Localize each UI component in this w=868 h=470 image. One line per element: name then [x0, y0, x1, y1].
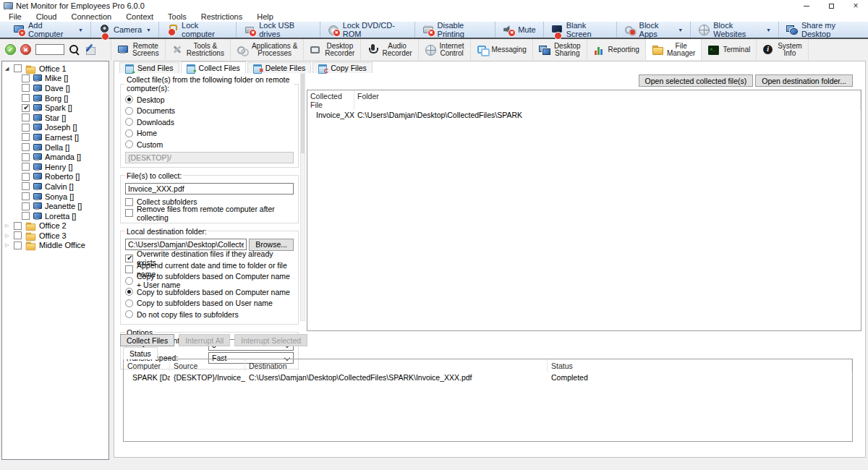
connect-ok-icon[interactable] [5, 44, 16, 55]
toolbar-button[interactable]: Lock DVD/CD-ROM ▼ [320, 22, 414, 38]
tree-computer-row[interactable]: Star [] [2, 113, 109, 123]
column-header[interactable]: Status [548, 359, 852, 372]
source-radio-row[interactable]: Documents [125, 106, 294, 117]
checkbox[interactable] [125, 255, 133, 262]
close-button[interactable]: × [843, 0, 868, 12]
menu-item[interactable]: Context [119, 12, 161, 21]
minimize-button[interactable] [794, 0, 819, 12]
search-icon[interactable] [69, 44, 80, 56]
tree-computer-row[interactable]: Joseph [] [2, 123, 109, 133]
column-header[interactable]: Source [170, 359, 245, 372]
ribbon-tab[interactable]: System Info [757, 39, 808, 60]
radio-button[interactable] [125, 299, 133, 307]
computer-checkbox[interactable] [22, 182, 30, 190]
radio-button[interactable] [125, 118, 133, 126]
toolbar-button[interactable]: Block Websites ▼ [690, 22, 778, 38]
tree-computer-row[interactable]: Loretta [] [2, 211, 109, 221]
form-scrollbar[interactable] [300, 73, 305, 321]
menu-item[interactable]: Cloud [29, 12, 64, 21]
subfolder-radio-row[interactable]: Copy to subfolders based on Computer nam… [125, 275, 294, 287]
edit-icon[interactable] [85, 44, 96, 56]
file-tab[interactable]: Copy Files [312, 62, 373, 73]
status-row[interactable]: SPARK [Damjan] {DESKTOP}/Invoice_XXX.pdf… [124, 372, 852, 383]
menu-item[interactable]: Help [250, 12, 281, 21]
group-checkbox[interactable] [14, 231, 22, 239]
toolbar-button[interactable]: Share my Desktop ▼ [778, 22, 868, 38]
computer-checkbox[interactable] [22, 153, 30, 161]
ribbon-tab[interactable]: Applications & Processes [231, 39, 304, 60]
toolbar-button[interactable]: Block Apps ▼ [616, 22, 691, 38]
ribbon-tab[interactable]: Desktop Recorder [304, 39, 361, 60]
column-header[interactable]: Destination [245, 359, 548, 372]
computer-checkbox[interactable] [22, 104, 30, 112]
menu-item[interactable]: Restrictions [194, 12, 250, 21]
column-header[interactable]: Collected File [307, 90, 354, 110]
expand-icon[interactable]: ▷ [5, 233, 11, 239]
collapse-icon[interactable]: ◢ [5, 66, 11, 72]
group-checkbox[interactable] [14, 222, 22, 230]
expand-icon[interactable]: ▷ [5, 223, 11, 228]
ribbon-tab[interactable]: Messaging [471, 39, 533, 60]
file-tab[interactable]: Delete Files [247, 62, 311, 73]
radio-button[interactable] [125, 95, 133, 103]
file-tab[interactable]: Send Files [119, 62, 179, 73]
menu-item[interactable]: Tools [161, 12, 194, 21]
open-selected-button[interactable]: Open selected collected file(s) [639, 74, 754, 87]
tree-computer-row[interactable]: Borg [] [2, 93, 109, 103]
subfolder-radio-row[interactable]: Copy to subfolders based on User name [125, 298, 294, 309]
toolbar-button[interactable]: Blank Screen ▼ [543, 22, 616, 38]
destination-folder-input[interactable] [125, 239, 247, 250]
collect-subfolders-checkbox[interactable] [125, 198, 133, 206]
disconnect-cancel-icon[interactable] [20, 44, 31, 55]
status-tab[interactable]: Status [123, 347, 158, 359]
tree-computer-row[interactable]: Spark [] [2, 103, 109, 113]
computer-checkbox[interactable] [22, 212, 30, 220]
menu-item[interactable]: File [1, 12, 29, 21]
tree-computer-row[interactable]: Amanda [] [2, 152, 109, 162]
open-destination-button[interactable]: Open destination folder... [755, 74, 853, 87]
radio-button[interactable] [125, 277, 133, 285]
tree-computer-row[interactable]: Jeanette [] [2, 201, 109, 211]
restore-button[interactable] [819, 0, 843, 12]
source-radio-row[interactable]: Desktop [125, 94, 294, 106]
toolbar-button[interactable]: Disable Printing ▼ [414, 22, 495, 38]
group-checkbox[interactable] [14, 242, 22, 249]
tree-computer-row[interactable]: Mike [] [2, 74, 109, 84]
search-input[interactable] [35, 44, 64, 55]
subfolder-radio-row[interactable]: Do not copy files to subfolders [125, 309, 294, 320]
ribbon-tab[interactable]: Reporting [587, 39, 646, 60]
computer-checkbox[interactable] [22, 84, 30, 92]
computer-checkbox[interactable] [22, 94, 30, 102]
computer-checkbox[interactable] [22, 192, 30, 200]
computer-checkbox[interactable] [22, 173, 30, 181]
tree-group-row[interactable]: ▷ Office 3 [2, 231, 109, 241]
collected-file-row[interactable]: Invoice_XXX.pdf C:\Users\Damjan\Desktop\… [307, 110, 861, 120]
radio-button[interactable] [125, 310, 133, 318]
ribbon-tab[interactable]: Remote Screens [111, 39, 166, 60]
source-radio-row[interactable]: Home [125, 128, 294, 140]
tree-computer-row[interactable]: Earnest [] [2, 132, 109, 142]
ribbon-tab[interactable]: File Manager [646, 39, 702, 60]
custom-path-input[interactable] [125, 152, 294, 163]
ribbon-tab[interactable]: Terminal [702, 39, 757, 60]
toolbar-button[interactable]: Mute ▼ [495, 22, 542, 38]
browse-button[interactable]: Browse... [249, 239, 294, 251]
toolbar-button[interactable]: Add Computer ▼ [6, 22, 90, 38]
radio-button[interactable] [125, 129, 133, 137]
computer-checkbox[interactable] [22, 114, 30, 121]
group-checkbox[interactable] [14, 64, 22, 72]
tree-computer-row[interactable]: Della [] [2, 142, 109, 153]
radio-button[interactable] [125, 140, 133, 148]
file-tab[interactable]: Collect Files [181, 61, 246, 73]
source-radio-row[interactable]: Custom [125, 139, 294, 150]
tree-computer-row[interactable]: Roberto [] [2, 172, 109, 182]
toolbar-button[interactable]: Camera ▼ [90, 22, 158, 38]
tree-computer-row[interactable]: Calvin [] [2, 181, 109, 192]
computer-checkbox[interactable] [22, 163, 30, 171]
toolbar-button[interactable]: Lock USB drives ▼ [236, 22, 320, 38]
remove-after-row[interactable]: Remove files from remote computer after … [125, 208, 294, 219]
computer-checkbox[interactable] [22, 202, 30, 210]
subfolder-radio-row[interactable]: Copy to subfolders based on Computer nam… [125, 286, 294, 298]
computer-checkbox[interactable] [22, 74, 30, 82]
tree-group-row[interactable]: ▷ Middle Office [2, 241, 109, 251]
